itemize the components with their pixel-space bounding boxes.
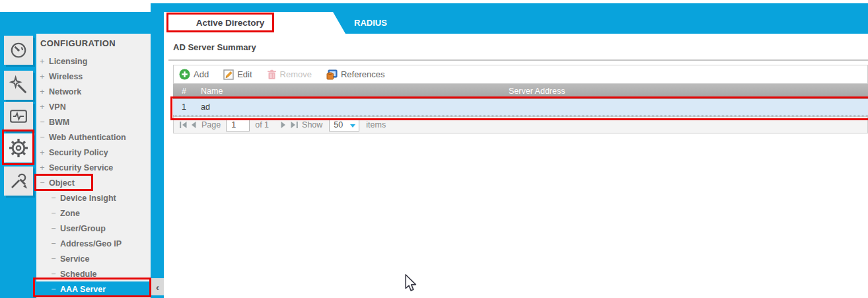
edit-pencil-icon: [223, 69, 234, 80]
nav-quick-setup-button[interactable]: [4, 71, 33, 100]
sidebar-item-web-authentication[interactable]: − Web Authentication: [36, 130, 151, 145]
sidebar-item-security-service[interactable]: + Security Service: [36, 160, 151, 175]
sidebar-item-label: Security Policy: [49, 148, 108, 157]
tree-toggle-icon[interactable]: −: [38, 118, 46, 127]
row-name-cell: ad: [201, 102, 210, 112]
sidebar-item-label: Device Insight: [60, 194, 116, 203]
tree-toggle-icon[interactable]: −: [50, 270, 57, 279]
sidebar-item-security-policy[interactable]: + Security Policy: [36, 145, 151, 160]
references-button[interactable]: References: [326, 69, 384, 80]
tab-active-directory-label: Active Directory: [176, 12, 285, 34]
sidebar-item-label: Wireless: [49, 72, 83, 81]
sidebar-item-label: Address/Geo IP: [60, 239, 122, 248]
page-number-input[interactable]: [226, 119, 250, 131]
edit-button[interactable]: Edit: [223, 69, 252, 80]
nav-maintenance-button[interactable]: [4, 167, 33, 196]
page-label: Page: [201, 120, 221, 130]
tab-ldap[interactable]: LDAP: [291, 12, 332, 34]
column-header-server-address[interactable]: Server Address: [509, 87, 565, 96]
tree-toggle-icon[interactable]: −: [50, 254, 57, 264]
sidebar-item-licensing[interactable]: + Licensing: [36, 54, 151, 69]
table-row-ad-server[interactable]: 1 ad: [173, 99, 868, 116]
sidebar-item-schedule[interactable]: − Schedule: [36, 266, 151, 281]
row-index-cell: 1: [182, 102, 186, 112]
nav-monitor-button[interactable]: [4, 102, 33, 131]
table-header-row: # Name Server Address: [173, 84, 868, 99]
chevron-left-icon: ‹: [156, 281, 159, 293]
sidebar-item-address-geo-ip[interactable]: − Address/Geo IP: [36, 236, 151, 251]
dashboard-gauge-icon: [9, 40, 28, 60]
tree-toggle-icon[interactable]: +: [38, 87, 46, 96]
sidebar-item-aaa-server[interactable]: − AAA Server: [36, 281, 151, 297]
last-page-button[interactable]: [289, 120, 299, 130]
sidebar-item-label: Network: [49, 87, 81, 96]
column-header-name[interactable]: Name: [201, 87, 223, 96]
next-page-button[interactable]: [278, 120, 289, 130]
chevron-down-icon: [350, 124, 355, 128]
tree-toggle-icon[interactable]: +: [38, 102, 46, 112]
add-plus-icon: [179, 69, 190, 80]
sidebar-item-label: VPN: [49, 102, 66, 112]
tab-radius[interactable]: RADIUS: [345, 12, 396, 34]
zyxel-config-screen: { "colors": { "accent_cyan": "#09a3dc", …: [0, 0, 868, 298]
sidebar-item-label: Object: [49, 178, 75, 188]
remove-button[interactable]: Remove: [267, 69, 312, 80]
tree-toggle-icon[interactable]: +: [38, 148, 46, 157]
tree-toggle-icon[interactable]: −: [50, 224, 57, 233]
nav-dashboard-button[interactable]: [4, 36, 33, 65]
sidebar-item-label: Service: [60, 254, 89, 264]
sidebar-item-bwm[interactable]: − BWM: [36, 114, 151, 130]
page-title: AD Server Summary: [173, 42, 256, 52]
page-size-select[interactable]: 50: [329, 119, 359, 131]
edit-button-label: Edit: [237, 69, 252, 79]
config-menu-panel: CONFIGURATION + Licensing + Wireless + N…: [36, 34, 151, 298]
first-page-button[interactable]: [178, 120, 188, 130]
trash-icon: [267, 69, 277, 80]
page-count-label: of 1: [255, 120, 269, 130]
tree-toggle-icon[interactable]: +: [38, 57, 46, 66]
tree-toggle-icon[interactable]: −: [50, 239, 57, 248]
config-section-title: CONFIGURATION: [40, 38, 116, 48]
previous-page-button[interactable]: [188, 120, 199, 130]
remove-button-label: Remove: [280, 69, 312, 79]
sidebar-item-service[interactable]: − Service: [36, 251, 151, 266]
sidebar-item-object[interactable]: − Object: [36, 175, 151, 190]
sidebar-item-label: Security Service: [49, 163, 113, 172]
sidebar-item-wireless[interactable]: + Wireless: [36, 69, 151, 84]
sidebar-item-label: Schedule: [60, 270, 97, 279]
tree-toggle-icon[interactable]: −: [38, 178, 46, 188]
sidebar-item-network[interactable]: + Network: [36, 84, 151, 99]
tree-toggle-icon[interactable]: −: [50, 194, 57, 203]
sidebar-item-label: AAA Server: [60, 285, 106, 294]
sidebar-item-label: Zone: [60, 209, 80, 218]
sidebar-item-label: User/Group: [60, 224, 106, 233]
tree-toggle-icon[interactable]: −: [50, 285, 57, 294]
monitor-pulse-icon: [9, 106, 28, 126]
items-label: items: [366, 120, 386, 130]
page-size-value: 50: [334, 120, 343, 130]
sidebar-item-zone[interactable]: − Zone: [36, 205, 151, 221]
sidebar-item-user-group[interactable]: − User/Group: [36, 221, 151, 236]
tree-toggle-icon[interactable]: +: [38, 72, 46, 81]
sidebar-item-device-insight[interactable]: − Device Insight: [36, 190, 151, 205]
configuration-gear-icon: [8, 137, 29, 159]
sidebar-item-label: Web Authentication: [49, 133, 126, 142]
wizard-wand-icon: [9, 75, 28, 95]
pagination-bar: Page of 1 Show 50 items: [173, 116, 868, 133]
column-header-index[interactable]: #: [182, 87, 186, 96]
sidebar-collapse-handle[interactable]: ‹: [151, 278, 164, 295]
show-label: Show: [302, 120, 322, 130]
nav-configuration-button[interactable]: [4, 133, 33, 163]
heading-divider: [168, 59, 868, 61]
tree-toggle-icon[interactable]: −: [50, 209, 57, 218]
add-button[interactable]: Add: [179, 69, 209, 80]
tree-toggle-icon[interactable]: −: [38, 133, 46, 142]
sidebar-item-vpn[interactable]: + VPN: [36, 99, 151, 114]
references-icon: [326, 69, 338, 80]
tree-toggle-icon[interactable]: +: [38, 163, 46, 172]
table-toolbar: Add Edit Remove References: [173, 65, 868, 84]
sidebar-item-label: BWM: [49, 118, 69, 127]
add-button-label: Add: [194, 69, 209, 79]
references-button-label: References: [341, 69, 384, 79]
config-menu-list: + Licensing + Wireless + Network + VPN −…: [36, 54, 151, 297]
